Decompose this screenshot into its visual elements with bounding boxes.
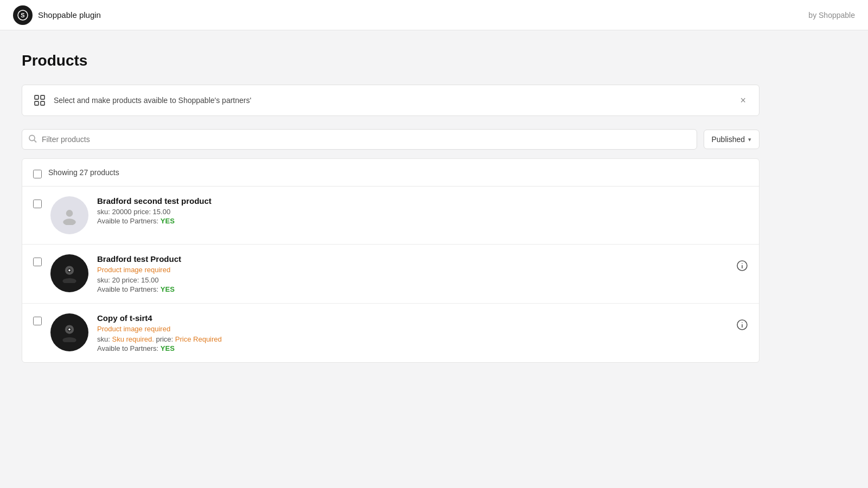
svg-text:S: S [21, 12, 24, 18]
product-meta: sku: 20 price: 15.00 [97, 276, 727, 284]
product-warning: Product image required [97, 266, 727, 274]
svg-point-23 [742, 322, 743, 323]
banner-text: Select and make products avaible to Shop… [54, 96, 251, 105]
product-warning: Product image required [97, 325, 727, 333]
page-title: Products [22, 52, 760, 69]
search-icon [28, 134, 37, 145]
banner-icon [33, 94, 46, 107]
search-wrapper [22, 129, 697, 150]
info-icon[interactable] [736, 260, 748, 274]
showing-count: Showing 27 products [48, 168, 119, 177]
product-name: Copy of t-sirt4 [97, 313, 727, 323]
table-row: Bradford second test product sku: 20000 … [22, 187, 759, 245]
svg-point-16 [742, 263, 743, 264]
product-available: Avaible to Partners: YES [97, 217, 748, 225]
svg-point-6 [29, 136, 35, 141]
svg-rect-2 [35, 95, 39, 99]
published-label: Published [712, 135, 745, 144]
product-thumbnail [50, 313, 88, 351]
product-action [736, 313, 748, 333]
product-name: Bradford second test product [97, 196, 748, 206]
app-header: S Shoppable plugin by Shoppable [0, 0, 868, 30]
info-banner: Select and make products avaible to Shop… [22, 85, 760, 116]
showing-row: Showing 27 products [22, 159, 759, 187]
chevron-down-icon: ▾ [748, 136, 751, 143]
table-row: Copy of t-sirt4 Product image required s… [22, 304, 759, 362]
search-input[interactable] [22, 129, 697, 150]
product-meta: sku: Sku required. price: Price Required [97, 335, 727, 343]
app-logo: S [13, 5, 33, 25]
svg-rect-4 [35, 101, 39, 105]
app-title: Shoppable plugin [38, 10, 101, 20]
product-thumbnail [50, 196, 88, 234]
product-checkbox[interactable] [33, 258, 42, 266]
select-all-checkbox[interactable] [33, 170, 42, 178]
product-checkbox[interactable] [33, 200, 42, 208]
header-by: by Shoppable [808, 11, 855, 20]
main-content: Products Select and make products avaibl… [0, 30, 781, 384]
svg-point-13 [62, 278, 76, 283]
product-available: Avaible to Partners: YES [97, 344, 727, 352]
product-info: Copy of t-sirt4 Product image required s… [97, 313, 727, 352]
svg-point-20 [62, 337, 76, 342]
products-table: Showing 27 products Bradford second test… [22, 158, 760, 363]
header-left: S Shoppable plugin [13, 5, 101, 25]
svg-point-19 [68, 329, 71, 331]
product-info: Bradford test Product Product image requ… [97, 254, 727, 293]
product-available: Avaible to Partners: YES [97, 285, 727, 293]
product-thumbnail [50, 254, 88, 292]
info-icon[interactable] [736, 319, 748, 333]
banner-left: Select and make products avaible to Shop… [33, 94, 251, 107]
product-name: Bradford test Product [97, 254, 727, 264]
filter-row: Published ▾ [22, 129, 760, 150]
published-dropdown[interactable]: Published ▾ [704, 130, 760, 149]
svg-point-8 [66, 210, 73, 217]
product-info: Bradford second test product sku: 20000 … [97, 196, 748, 225]
svg-point-9 [63, 219, 75, 225]
svg-point-12 [68, 269, 71, 272]
svg-rect-3 [41, 95, 44, 99]
product-meta: sku: 20000 price: 15.00 [97, 208, 748, 216]
svg-line-7 [34, 140, 36, 143]
banner-close-button[interactable]: × [738, 94, 748, 106]
product-checkbox[interactable] [33, 317, 42, 325]
table-row: Bradford test Product Product image requ… [22, 245, 759, 304]
product-action [736, 254, 748, 274]
svg-rect-5 [41, 101, 44, 105]
